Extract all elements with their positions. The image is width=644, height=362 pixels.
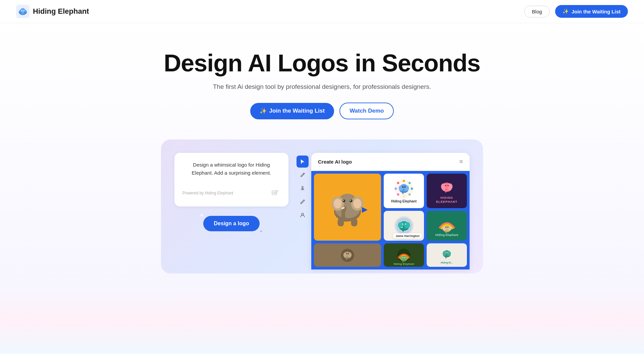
svg-point-89: [447, 252, 448, 253]
cursor-tool[interactable]: [297, 156, 309, 168]
svg-point-50: [448, 185, 448, 186]
darkgreen-elephant-logo: [395, 248, 412, 263]
svg-point-41: [402, 187, 402, 187]
svg-point-27: [397, 182, 399, 184]
brand-logo[interactable]: Hiding Elephant: [16, 5, 89, 18]
design-logo-button[interactable]: Design a logo: [203, 216, 260, 231]
chat-box: Design a whimsical logo for Hiding Eleph…: [174, 153, 288, 206]
svg-point-65: [447, 226, 452, 231]
hero-subtitle: The first Ai design tool by professional…: [213, 83, 431, 90]
watch-demo-button[interactable]: Watch Demo: [339, 103, 394, 119]
svg-point-34: [395, 188, 397, 190]
svg-point-31: [409, 193, 411, 196]
svg-point-33: [397, 193, 399, 196]
brown-elephant-logo: [339, 248, 356, 263]
pencil-tool[interactable]: [297, 196, 309, 208]
svg-rect-23: [338, 219, 344, 227]
colorful-elephant-logo: [392, 179, 416, 199]
svg-point-21: [343, 200, 344, 201]
svg-point-17: [334, 199, 342, 208]
powered-label: Powered by Hiding Elephant: [182, 191, 233, 195]
user-tool[interactable]: [297, 209, 309, 221]
brand-icon: [16, 5, 30, 18]
navigation: Hiding Elephant Blog ✨ Join the Waiting …: [0, 0, 644, 23]
light-logo-text: Hiding El...: [441, 261, 453, 264]
svg-point-10: [302, 186, 303, 188]
svg-point-60: [405, 224, 406, 225]
logo-cell-dark[interactable]: HIDINGELEEPHANT: [427, 174, 467, 208]
svg-point-19: [342, 200, 345, 202]
tooltip-badge: Jame Harrington: [393, 233, 422, 239]
magic-icon: ✨: [562, 8, 569, 14]
menu-icon[interactable]: ≡: [459, 158, 463, 165]
darkgreen-logo-text: Hiding Elephant: [394, 262, 414, 265]
blog-button[interactable]: Blog: [524, 6, 550, 17]
logo-grid-header: Create AI logo ≡: [311, 153, 470, 171]
svg-point-20: [350, 200, 353, 202]
brand-name: Hiding Elephant: [33, 7, 89, 16]
dark-elephant-logo: [437, 178, 457, 196]
hero-section: Design AI Logos in Seconds The first Ai …: [0, 23, 644, 287]
logo-cell-light[interactable]: Hiding El...: [427, 243, 467, 267]
svg-point-11: [302, 213, 304, 215]
logo-grid: ▶: [311, 171, 470, 269]
svg-rect-24: [351, 219, 358, 227]
cursor-overlay: ▶: [362, 205, 368, 214]
bottom-gradient: [0, 287, 644, 354]
svg-point-81: [404, 257, 405, 258]
svg-point-4: [24, 11, 26, 14]
svg-point-88: [446, 252, 446, 253]
svg-point-79: [404, 256, 408, 260]
design-btn-wrapper: Design a logo: [174, 216, 288, 231]
nav-waiting-list-button[interactable]: ✨ Join the Waiting List: [555, 5, 628, 18]
svg-point-80: [402, 257, 403, 258]
right-section: Create AI logo ≡: [295, 153, 470, 269]
chat-action-icon[interactable]: [270, 188, 280, 198]
svg-point-3: [20, 11, 22, 14]
svg-point-64: [442, 226, 446, 231]
chat-panel: Design a whimsical logo for Hiding Eleph…: [174, 153, 288, 231]
teal-elephant-logo: [436, 215, 458, 233]
svg-point-66: [445, 227, 446, 228]
svg-point-38: [405, 185, 409, 191]
hero-cta-buttons: ✨ Join the Waiting List Watch Demo: [250, 103, 394, 119]
nav-actions: Blog ✨ Join the Waiting List: [524, 5, 628, 18]
logo-cell-cream[interactable]: Jame Harrington: [384, 211, 424, 241]
svg-point-72: [348, 252, 352, 257]
svg-point-42: [405, 187, 405, 187]
svg-point-59: [402, 224, 403, 225]
logo-cell-dark-green[interactable]: Hiding Elephant: [384, 243, 424, 267]
logo-cell-teal[interactable]: Hiding Elephant: [427, 211, 467, 241]
logo-cell-brown[interactable]: [314, 243, 381, 267]
hero-magic-icon: ✨: [260, 108, 267, 115]
logo-grid-panel: Create AI logo ≡: [311, 153, 470, 269]
chat-footer: Powered by Hiding Elephant: [182, 188, 280, 198]
logo-cell-colorful[interactable]: Hiding Elephant: [384, 174, 424, 208]
image-edit-icon: [271, 189, 279, 197]
svg-point-7: [21, 8, 25, 11]
chat-prompt-text: Design a whimsical logo for Hiding Eleph…: [182, 161, 280, 177]
svg-point-49: [445, 185, 445, 186]
svg-point-67: [447, 227, 448, 228]
anchor-tool[interactable]: [297, 182, 309, 194]
app-preview: Design a whimsical logo for Hiding Eleph…: [161, 139, 483, 274]
svg-point-28: [403, 180, 405, 182]
toolbar: [295, 153, 310, 269]
svg-point-9: [273, 192, 274, 193]
hero-waiting-list-button[interactable]: ✨ Join the Waiting List: [250, 103, 334, 119]
svg-point-29: [409, 182, 411, 184]
svg-point-73: [346, 253, 347, 254]
pen-tool[interactable]: [297, 169, 309, 181]
svg-point-85: [447, 251, 451, 256]
svg-point-32: [403, 195, 405, 198]
svg-point-56: [405, 222, 410, 229]
dark-logo-text: HIDINGELEEPHANT: [436, 196, 458, 204]
logo-cell-orange[interactable]: ▶: [314, 174, 381, 241]
svg-point-22: [350, 200, 351, 201]
svg-point-18: [353, 199, 361, 208]
svg-point-30: [411, 188, 413, 190]
light-elephant-logo: [438, 246, 455, 261]
svg-point-74: [348, 253, 349, 254]
hero-title: Design AI Logos in Seconds: [164, 50, 480, 76]
colorful-logo-text: Hiding Elephant: [391, 199, 417, 203]
